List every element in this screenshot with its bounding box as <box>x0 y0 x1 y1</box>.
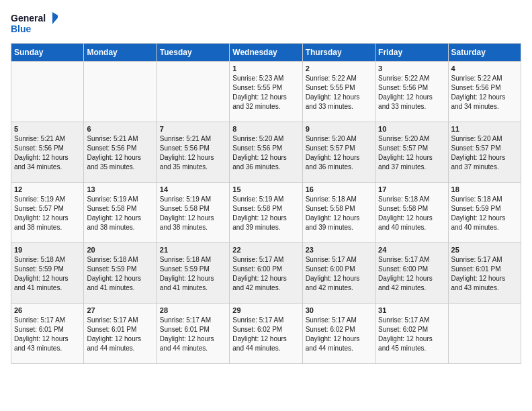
calendar-cell: 22Sunrise: 5:17 AMSunset: 6:00 PMDayligh… <box>230 243 302 304</box>
calendar-cell: 7Sunrise: 5:21 AMSunset: 5:56 PMDaylight… <box>157 122 229 183</box>
calendar-cell: 8Sunrise: 5:20 AMSunset: 5:56 PMDaylight… <box>230 122 302 183</box>
calendar-cell: 25Sunrise: 5:17 AMSunset: 6:01 PMDayligh… <box>448 243 521 304</box>
day-info: Sunrise: 5:17 AMSunset: 6:02 PMDaylight:… <box>232 316 299 353</box>
calendar-cell: 26Sunrise: 5:17 AMSunset: 6:01 PMDayligh… <box>11 304 84 364</box>
day-info: Sunrise: 5:21 AMSunset: 5:56 PMDaylight:… <box>160 134 226 172</box>
day-number: 6 <box>87 125 153 133</box>
calendar-cell: 1Sunrise: 5:23 AMSunset: 5:55 PMDaylight… <box>230 62 302 122</box>
calendar-cell: 18Sunrise: 5:18 AMSunset: 5:59 PMDayligh… <box>448 183 521 243</box>
day-info: Sunrise: 5:18 AMSunset: 5:59 PMDaylight:… <box>87 255 153 293</box>
day-info: Sunrise: 5:17 AMSunset: 6:01 PMDaylight:… <box>160 316 226 353</box>
day-number: 27 <box>87 306 153 314</box>
calendar-cell <box>448 304 521 364</box>
day-info: Sunrise: 5:20 AMSunset: 5:56 PMDaylight:… <box>232 134 299 172</box>
calendar-cell: 19Sunrise: 5:18 AMSunset: 5:59 PMDayligh… <box>11 243 84 304</box>
day-info: Sunrise: 5:19 AMSunset: 5:58 PMDaylight:… <box>160 195 226 232</box>
day-number: 13 <box>87 185 153 193</box>
calendar-week-row: 26Sunrise: 5:17 AMSunset: 6:01 PMDayligh… <box>11 304 521 364</box>
calendar-cell: 14Sunrise: 5:19 AMSunset: 5:58 PMDayligh… <box>157 183 229 243</box>
day-number: 14 <box>160 185 226 193</box>
day-info: Sunrise: 5:17 AMSunset: 6:02 PMDaylight:… <box>306 316 372 353</box>
day-number: 25 <box>451 246 518 254</box>
column-header-friday: Friday <box>375 44 448 62</box>
calendar-cell <box>157 62 229 122</box>
calendar-cell: 6Sunrise: 5:21 AMSunset: 5:56 PMDaylight… <box>84 122 157 183</box>
day-number: 31 <box>378 306 445 314</box>
day-number: 24 <box>378 246 445 254</box>
day-number: 1 <box>232 64 299 73</box>
day-info: Sunrise: 5:18 AMSunset: 5:59 PMDaylight:… <box>451 195 518 232</box>
day-info: Sunrise: 5:22 AMSunset: 5:56 PMDaylight:… <box>451 74 518 111</box>
day-number: 29 <box>232 306 299 314</box>
day-info: Sunrise: 5:22 AMSunset: 5:56 PMDaylight:… <box>378 74 445 111</box>
day-info: Sunrise: 5:18 AMSunset: 5:58 PMDaylight:… <box>306 195 372 232</box>
calendar-week-row: 12Sunrise: 5:19 AMSunset: 5:57 PMDayligh… <box>11 183 521 243</box>
day-number: 5 <box>14 125 81 133</box>
day-number: 12 <box>14 185 81 193</box>
day-number: 21 <box>160 246 226 254</box>
day-number: 15 <box>232 185 299 193</box>
day-info: Sunrise: 5:18 AMSunset: 5:58 PMDaylight:… <box>378 195 445 232</box>
day-info: Sunrise: 5:19 AMSunset: 5:58 PMDaylight:… <box>232 195 299 232</box>
calendar-cell: 23Sunrise: 5:17 AMSunset: 6:00 PMDayligh… <box>302 243 375 304</box>
calendar-cell: 16Sunrise: 5:18 AMSunset: 5:58 PMDayligh… <box>302 183 375 243</box>
day-info: Sunrise: 5:20 AMSunset: 5:57 PMDaylight:… <box>451 134 518 172</box>
day-info: Sunrise: 5:17 AMSunset: 6:01 PMDaylight:… <box>87 316 153 353</box>
calendar-header-row: SundayMondayTuesdayWednesdayThursdayFrid… <box>11 44 521 62</box>
day-info: Sunrise: 5:22 AMSunset: 5:55 PMDaylight:… <box>306 74 372 111</box>
day-number: 2 <box>306 64 372 73</box>
day-number: 20 <box>87 246 153 254</box>
day-info: Sunrise: 5:18 AMSunset: 5:59 PMDaylight:… <box>14 255 81 293</box>
day-info: Sunrise: 5:18 AMSunset: 5:59 PMDaylight:… <box>160 255 226 293</box>
calendar-week-row: 1Sunrise: 5:23 AMSunset: 5:55 PMDaylight… <box>11 62 521 122</box>
day-number: 8 <box>232 125 299 133</box>
day-number: 10 <box>378 125 445 133</box>
calendar-cell: 28Sunrise: 5:17 AMSunset: 6:01 PMDayligh… <box>157 304 229 364</box>
calendar-cell: 20Sunrise: 5:18 AMSunset: 5:59 PMDayligh… <box>84 243 157 304</box>
logo-svg: General Blue <box>11 11 58 38</box>
day-info: Sunrise: 5:19 AMSunset: 5:58 PMDaylight:… <box>87 195 153 232</box>
column-header-saturday: Saturday <box>448 44 521 62</box>
calendar-cell: 13Sunrise: 5:19 AMSunset: 5:58 PMDayligh… <box>84 183 157 243</box>
day-number: 9 <box>306 125 372 133</box>
svg-marker-2 <box>52 12 58 24</box>
calendar-cell: 11Sunrise: 5:20 AMSunset: 5:57 PMDayligh… <box>448 122 521 183</box>
calendar-week-row: 5Sunrise: 5:21 AMSunset: 5:56 PMDaylight… <box>11 122 521 183</box>
day-info: Sunrise: 5:20 AMSunset: 5:57 PMDaylight:… <box>378 134 445 172</box>
day-number: 16 <box>306 185 372 193</box>
day-number: 28 <box>160 306 226 314</box>
calendar-cell: 27Sunrise: 5:17 AMSunset: 6:01 PMDayligh… <box>84 304 157 364</box>
calendar-week-row: 19Sunrise: 5:18 AMSunset: 5:59 PMDayligh… <box>11 243 521 304</box>
day-info: Sunrise: 5:19 AMSunset: 5:57 PMDaylight:… <box>14 195 81 232</box>
day-number: 18 <box>451 185 518 193</box>
calendar-cell: 2Sunrise: 5:22 AMSunset: 5:55 PMDaylight… <box>302 62 375 122</box>
calendar-cell: 10Sunrise: 5:20 AMSunset: 5:57 PMDayligh… <box>375 122 448 183</box>
calendar-cell: 21Sunrise: 5:18 AMSunset: 5:59 PMDayligh… <box>157 243 229 304</box>
calendar-cell: 12Sunrise: 5:19 AMSunset: 5:57 PMDayligh… <box>11 183 84 243</box>
logo: General Blue <box>11 11 58 38</box>
svg-text:General: General <box>11 13 46 24</box>
calendar-cell: 9Sunrise: 5:20 AMSunset: 5:57 PMDaylight… <box>302 122 375 183</box>
page-header: General Blue <box>11 11 521 38</box>
day-info: Sunrise: 5:17 AMSunset: 6:01 PMDaylight:… <box>14 316 81 353</box>
day-number: 30 <box>306 306 372 314</box>
calendar-cell: 30Sunrise: 5:17 AMSunset: 6:02 PMDayligh… <box>302 304 375 364</box>
day-info: Sunrise: 5:23 AMSunset: 5:55 PMDaylight:… <box>232 74 299 111</box>
day-info: Sunrise: 5:21 AMSunset: 5:56 PMDaylight:… <box>87 134 153 172</box>
day-number: 4 <box>451 64 518 73</box>
column-header-thursday: Thursday <box>302 44 375 62</box>
day-number: 17 <box>378 185 445 193</box>
column-header-tuesday: Tuesday <box>157 44 229 62</box>
day-number: 26 <box>14 306 81 314</box>
day-info: Sunrise: 5:17 AMSunset: 6:00 PMDaylight:… <box>232 255 299 293</box>
svg-text:Blue: Blue <box>11 24 32 34</box>
calendar-cell: 24Sunrise: 5:17 AMSunset: 6:00 PMDayligh… <box>375 243 448 304</box>
calendar-cell: 15Sunrise: 5:19 AMSunset: 5:58 PMDayligh… <box>230 183 302 243</box>
day-info: Sunrise: 5:21 AMSunset: 5:56 PMDaylight:… <box>14 134 81 172</box>
column-header-sunday: Sunday <box>11 44 84 62</box>
calendar-cell <box>84 62 157 122</box>
day-info: Sunrise: 5:17 AMSunset: 6:00 PMDaylight:… <box>378 255 445 293</box>
day-info: Sunrise: 5:20 AMSunset: 5:57 PMDaylight:… <box>306 134 372 172</box>
day-number: 11 <box>451 125 518 133</box>
day-info: Sunrise: 5:17 AMSunset: 6:02 PMDaylight:… <box>378 316 445 353</box>
